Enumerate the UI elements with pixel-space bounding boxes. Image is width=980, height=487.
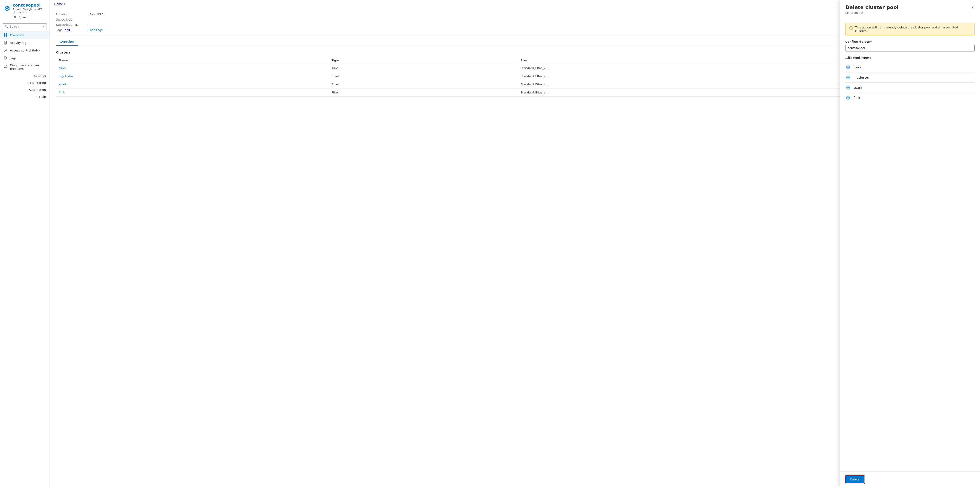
wrench-icon bbox=[4, 65, 8, 69]
cluster-link[interactable]: mycluster bbox=[59, 75, 73, 78]
svg-point-39 bbox=[848, 87, 849, 88]
sidebar-item-tags[interactable]: Tags bbox=[0, 54, 49, 62]
sidebar-item-iam-label: Access control (IAM) bbox=[10, 49, 40, 52]
sidebar-item-overview[interactable]: Overview bbox=[0, 31, 49, 39]
sidebar-item-monitoring-label: Monitoring bbox=[30, 81, 46, 84]
tab-overview[interactable]: Overview bbox=[56, 38, 78, 46]
svg-point-50 bbox=[849, 97, 849, 97]
sidebar-item-automation-label: Automation bbox=[29, 88, 46, 92]
tab-bar: Overview bbox=[56, 38, 974, 46]
resource-properties: Location : East US 2 Subscription : Subs… bbox=[56, 13, 974, 32]
confirm-input[interactable] bbox=[845, 45, 975, 51]
sidebar-item-iam[interactable]: Access control (IAM) bbox=[0, 46, 49, 54]
panel-subtitle: contosopool bbox=[845, 11, 899, 14]
sidebar-item-diagnose-label: Diagnose and solve problems bbox=[10, 63, 46, 70]
more-button[interactable]: ··· bbox=[22, 15, 27, 20]
svg-point-6 bbox=[7, 10, 8, 11]
expand-settings-icon: › bbox=[30, 74, 32, 77]
delete-button[interactable]: Delete bbox=[845, 475, 864, 483]
sidebar-item-automation[interactable]: › Automation bbox=[0, 86, 49, 93]
svg-point-32 bbox=[849, 76, 849, 77]
warning-text: This action will permanently delete the … bbox=[855, 26, 971, 33]
sidebar-item-activity-log[interactable]: Activity log bbox=[0, 39, 49, 46]
sidebar-item-monitoring[interactable]: › Monitoring bbox=[0, 79, 49, 86]
table-row: spark Spark Standard_E8as_v… bbox=[56, 80, 974, 89]
warning-icon: ⓘ bbox=[849, 26, 853, 31]
svg-point-7 bbox=[5, 9, 6, 10]
tags-edit-link[interactable]: edit bbox=[65, 28, 70, 32]
cluster-link[interactable]: trino bbox=[59, 67, 65, 70]
svg-point-27 bbox=[846, 67, 847, 67]
cluster-item-icon bbox=[845, 85, 851, 90]
svg-point-51 bbox=[849, 98, 849, 99]
sidebar-item-settings[interactable]: › Settings bbox=[0, 72, 49, 79]
svg-point-52 bbox=[848, 99, 848, 99]
close-panel-button[interactable]: × bbox=[970, 5, 975, 11]
svg-point-25 bbox=[848, 68, 848, 69]
sidebar-item-diagnose[interactable]: Diagnose and solve problems bbox=[0, 62, 49, 72]
cluster-type: Trino bbox=[329, 64, 518, 72]
cluster-name: trino bbox=[56, 64, 329, 72]
expand-automation-icon: › bbox=[25, 88, 27, 91]
svg-point-45 bbox=[846, 87, 847, 87]
warning-box: ⓘ This action will permanently delete th… bbox=[845, 23, 975, 35]
svg-point-26 bbox=[846, 68, 847, 68]
affected-title: Affected items bbox=[845, 56, 975, 60]
sidebar-item-help-label: Help bbox=[39, 95, 46, 98]
add-tags-link[interactable]: Add tags bbox=[90, 28, 103, 32]
affected-item-name: trino bbox=[853, 65, 861, 69]
table-row: trino Trino Standard_E8as_v… bbox=[56, 64, 974, 72]
doc-icon bbox=[4, 41, 8, 45]
resource-icon bbox=[4, 5, 11, 12]
affected-item: spark bbox=[845, 82, 975, 93]
sidebar-item-activity-label: Activity log bbox=[10, 41, 27, 44]
cluster-type: Spark bbox=[329, 80, 518, 89]
svg-point-49 bbox=[848, 96, 848, 97]
sidebar-item-overview-label: Overview bbox=[10, 33, 24, 37]
favorite-button[interactable]: ☆ bbox=[18, 15, 22, 20]
col-type: Type bbox=[329, 57, 518, 64]
svg-point-36 bbox=[846, 76, 847, 77]
cluster-item-icon bbox=[845, 75, 851, 80]
affected-item: trino bbox=[845, 62, 975, 73]
location-label: Location bbox=[56, 13, 88, 16]
sidebar-item-help[interactable]: › Help bbox=[0, 93, 49, 100]
cluster-type: Flink bbox=[329, 89, 518, 97]
panel-title: Delete cluster pool bbox=[845, 5, 899, 10]
svg-point-30 bbox=[848, 77, 849, 78]
search-input[interactable] bbox=[10, 25, 41, 28]
affected-item: mycluster bbox=[845, 73, 975, 82]
tag-icon bbox=[4, 56, 8, 60]
panel-footer: Delete bbox=[840, 471, 980, 487]
search-container: 🔍 « bbox=[3, 24, 47, 29]
svg-point-41 bbox=[849, 87, 849, 87]
svg-rect-12 bbox=[6, 35, 7, 36]
svg-rect-9 bbox=[4, 33, 5, 35]
sidebar-item-tags-label: Tags bbox=[10, 56, 16, 60]
affected-item-name: spark bbox=[853, 86, 862, 89]
cluster-item-icon bbox=[845, 65, 851, 70]
svg-point-42 bbox=[849, 88, 849, 89]
svg-point-24 bbox=[849, 68, 849, 68]
cluster-link[interactable]: spark bbox=[59, 82, 67, 86]
svg-point-3 bbox=[7, 6, 8, 7]
affected-item: flink bbox=[845, 93, 975, 103]
col-name: Name bbox=[56, 57, 329, 64]
affected-item-name: mycluster bbox=[853, 76, 869, 79]
svg-point-2 bbox=[6, 8, 8, 9]
confirm-label: Confirm delete* bbox=[845, 40, 975, 43]
breadcrumb-home[interactable]: Home bbox=[54, 2, 63, 6]
required-marker: * bbox=[870, 40, 872, 43]
cluster-name: mycluster bbox=[56, 72, 329, 80]
svg-rect-10 bbox=[6, 33, 7, 35]
cluster-link[interactable]: flink bbox=[59, 91, 65, 94]
search-icon: 🔍 bbox=[5, 25, 8, 28]
pin-button[interactable]: ⚑ bbox=[13, 15, 17, 20]
svg-point-23 bbox=[849, 67, 849, 67]
grid-icon bbox=[4, 33, 8, 37]
person-icon bbox=[4, 48, 8, 52]
svg-point-34 bbox=[848, 79, 848, 79]
svg-point-18 bbox=[5, 57, 5, 58]
table-row: mycluster Spark Standard_E8as_v… bbox=[56, 72, 974, 80]
collapse-button[interactable]: « bbox=[43, 25, 45, 28]
